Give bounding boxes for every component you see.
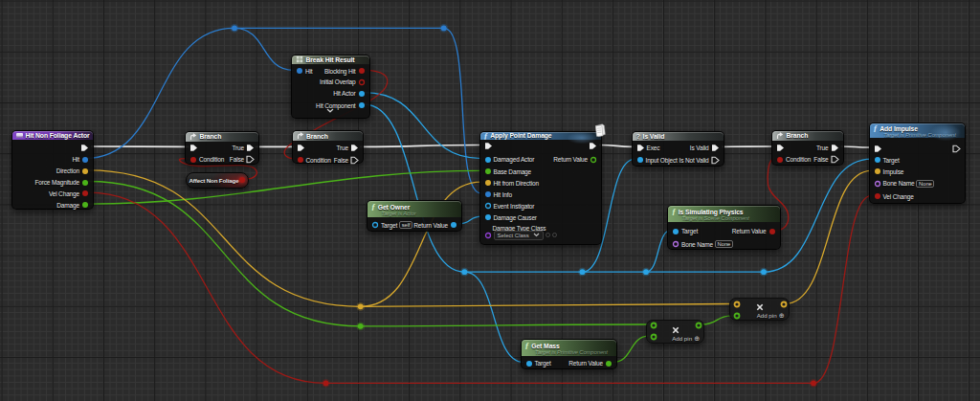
event-hit-non-foliage-actor-pin-vel-change[interactable]: Vel Change [49,189,89,198]
multiply-2[interactable]: Add pin⊕ [729,298,790,322]
is-valid-pin-is-not-valid[interactable]: Is Not Valid [679,156,720,165]
add-pin-button[interactable]: Add pin⊕ [672,335,700,342]
variable-affect-non-foliage-output-pin[interactable] [238,176,246,184]
branch-3-pin-in-exec[interactable] [776,144,785,152]
pin-label: Initial Overlap [320,78,356,86]
is-simulating-physics-pin-return-value[interactable]: Return Value [732,227,776,235]
apply-point-damage-pin-hit-from-direction[interactable]: Hit from Direction [484,179,540,188]
branch-3-pin-true[interactable]: True [816,144,839,152]
break-hit-result-pin-hit[interactable]: Hit [296,67,313,76]
add-impulse-pin-vel-change[interactable]: Vel Change [874,192,914,201]
branch-3[interactable]: BranchConditionTrueFalse [771,130,844,166]
is-valid-pin-exec[interactable]: Exec [636,144,660,152]
break-hit-result[interactable]: Break Hit ResultHitBlocking HitInitial O… [291,55,370,120]
name-value-box[interactable]: None [916,180,934,189]
break-hit-result-pin-blocking-hit[interactable]: Blocking Hit [324,67,366,76]
multiply-1-pin-1[interactable] [650,333,657,341]
is-valid[interactable]: ?Is ValidExecInput ObjectIs ValidIs Not … [632,131,724,167]
apply-point-damage-pin-damaged-actor[interactable]: Damaged Actor [484,155,535,164]
variable-affect-non-foliage[interactable]: Affect Non Foliage [186,172,249,189]
add-pin-label: Add pin [672,335,692,342]
add-impulse[interactable]: ƒAdd ImpulseTarget is Primitive Componen… [869,123,967,204]
is-valid-pin-input-object[interactable]: Input Object [636,156,678,165]
data-pin-icon [296,67,303,75]
branch-3-pin-false[interactable]: False [813,155,838,164]
branch-2-pin-false[interactable]: False [334,156,359,165]
get-mass[interactable]: ƒGet MassTarget is Primitive ComponentTa… [521,339,618,369]
get-mass-pin-target[interactable]: Target [525,359,551,368]
multiply-2-pin-2[interactable] [780,301,788,308]
branch-3-pin-condition[interactable]: Condition [776,155,811,164]
pin-label: Damage [56,201,79,210]
data-pin-icon [484,179,492,187]
get-owner-pin-target[interactable]: Targetself [371,221,412,230]
multiply-2-pin-1[interactable] [733,312,741,320]
node-title: Add Impulse [880,125,918,132]
event-hit-non-foliage-actor-pin-hit[interactable]: Hit [73,155,90,164]
add-impulse-pin-in-exec[interactable] [874,145,882,153]
apply-point-damage-pin-hit-info[interactable]: Hit Info [484,190,512,199]
is-valid-pin-is-valid[interactable]: Is Valid [690,144,720,152]
use-selected-icon[interactable] [546,233,550,237]
exec-pin-icon [831,155,839,164]
apply-point-damage-pin-out-exec[interactable] [589,142,597,150]
apply-point-damage[interactable]: ƒApply Point DamageDamaged ActorReturn V… [479,131,603,245]
header-line: ƒApply Point Damage [484,132,598,141]
node-title: Get Owner [378,204,410,211]
branch-1-pin-condition[interactable]: Condition [189,155,224,164]
blueprint-graph-canvas[interactable]: Hit Non Foliage ActorHitDirectionForce M… [0,0,980,401]
branch-2-pin-in-exec[interactable] [297,144,305,152]
break-hit-result-pin-hit-component[interactable]: Hit Component [316,101,365,110]
data-pin-icon [81,179,89,187]
get-owner[interactable]: ƒGet OwnerTarget is ActorTargetselfRetur… [367,200,462,232]
self-value-box[interactable]: self [399,221,412,230]
add-impulse-pin-target[interactable]: Target [874,156,900,165]
branch-1-pin-true[interactable]: True [232,144,255,152]
apply-point-damage-pin-damage-causer[interactable]: Damage Causer [484,213,537,222]
branch-1[interactable]: BranchConditionTrueFalse [185,131,259,166]
data-pin-icon [484,190,492,198]
event-hit-non-foliage-actor-pin-direction[interactable]: Direction [56,167,89,175]
branch-1-pin-in-exec[interactable] [189,144,198,152]
browse-icon[interactable] [552,233,557,237]
event-hit-non-foliage-actor-pin-force-magnitude[interactable]: Force Magnitude [34,178,89,187]
apply-point-damage-pin-event-instigator[interactable]: Event Instigator [484,202,535,211]
data-pin-icon [81,189,89,197]
select-class-dropdown[interactable]: Select Class [494,231,544,240]
break-hit-result-pin-hit-actor[interactable]: Hit Actor [333,89,365,98]
data-pin-icon [672,240,679,248]
apply-point-damage-pin-base-damage[interactable]: Base Damage [484,167,532,176]
multiply-1[interactable]: Add pin⊕ [646,320,705,344]
multiply-1-pin-2[interactable] [695,322,702,329]
apply-point-damage-pin-in-exec[interactable] [484,142,493,150]
data-pin-icon [450,221,457,229]
is-simulating-physics-pin-bone-name[interactable]: Bone NameNone [672,240,733,249]
exec-pin-icon [711,144,720,152]
get-mass-pin-return-value[interactable]: Return Value [568,359,612,368]
apply-point-damage-pin-return-value[interactable]: Return Value [553,155,597,164]
is-simulating-physics-pin-target[interactable]: Target [672,227,698,235]
exec-pin-icon [776,144,785,152]
add-impulse-pin-impulse[interactable]: Impulse [874,167,904,176]
get-owner-pin-return-value[interactable]: Return Value [413,221,457,230]
break-hit-result-pin-initial-overlap[interactable]: Initial Overlap [320,78,366,86]
branch-1-pin-false[interactable]: False [230,155,255,164]
pin-label: Exec [647,144,660,152]
apply-point-damage-pin-damage-type-class[interactable]: Select Class [484,231,557,239]
add-impulse-pin-bone-name[interactable]: Bone NameNone [874,179,935,188]
multiply-2-pin-0[interactable] [733,301,741,308]
is-simulating-physics[interactable]: ƒIs Simulating PhysicsTarget is Scene Co… [667,205,781,250]
pin-label: False [813,155,828,164]
name-value-box[interactable]: None [715,240,733,249]
select-class-label: Select Class [498,232,529,239]
branch-2-pin-condition[interactable]: Condition [297,156,331,165]
add-impulse-pin-out-exec[interactable] [952,145,961,153]
event-hit-non-foliage-actor[interactable]: Hit Non Foliage ActorHitDirectionForce M… [11,130,94,210]
add-pin-button[interactable]: Add pin⊕ [757,312,785,319]
multiply-icon [756,303,764,311]
event-hit-non-foliage-actor-pin-damage[interactable]: Damage [56,201,89,210]
event-hit-non-foliage-actor-pin-out-exec[interactable] [80,144,89,152]
multiply-1-pin-0[interactable] [650,322,657,329]
branch-2-pin-true[interactable]: True [336,144,359,152]
branch-2[interactable]: BranchConditionTrueFalse [292,130,365,164]
